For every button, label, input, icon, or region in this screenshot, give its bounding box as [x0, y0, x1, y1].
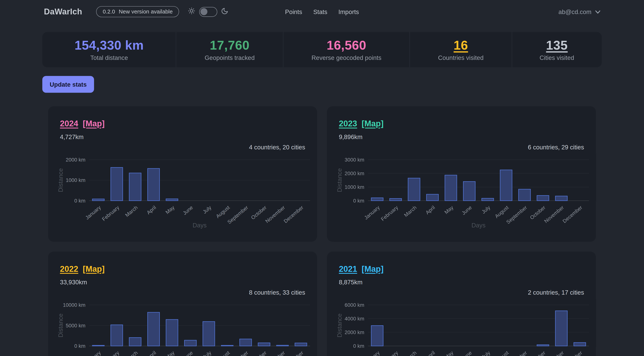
svg-text:July: July	[202, 350, 212, 356]
main-content: 154,330 km Total distance 17,760 Geopoin…	[0, 32, 644, 356]
svg-text:August: August	[494, 350, 510, 356]
svg-text:0 km: 0 km	[353, 198, 364, 204]
svg-text:2000 km: 2000 km	[345, 171, 364, 176]
year-link[interactable]: 2023	[339, 119, 357, 128]
svg-text:1000 km: 1000 km	[66, 177, 86, 183]
app-logo: DaWarIch	[44, 7, 82, 16]
app-header: DaWarIch 0.2.0 New version available	[0, 0, 644, 23]
svg-text:March: March	[403, 204, 418, 218]
stat-value[interactable]: 16	[454, 38, 468, 53]
year-cards-grid: 2024 [Map] 4,727km 4 countries, 20 citie…	[48, 106, 596, 356]
svg-text:March: March	[124, 350, 139, 356]
stat-value: 17,760	[210, 38, 250, 53]
svg-text:0 km: 0 km	[74, 198, 86, 204]
moon-icon	[221, 7, 228, 16]
stat-cell: 17,760 Geopoints tracked	[176, 32, 283, 67]
svg-text:December: December	[562, 350, 584, 356]
svg-text:May: May	[164, 350, 176, 356]
year-card-title: 2021 [Map]	[339, 252, 584, 274]
svg-text:May: May	[444, 350, 454, 356]
svg-text:March: March	[124, 204, 139, 218]
stat-label: Countries visited	[438, 54, 484, 61]
year-card-title: 2024 [Map]	[60, 106, 305, 128]
svg-text:April: April	[146, 350, 157, 356]
svg-text:January: January	[84, 204, 102, 221]
app-root: DaWarIch 0.2.0 New version available	[0, 0, 644, 356]
year-distance: 9,896km	[339, 133, 584, 140]
version-label: New version available	[119, 8, 173, 15]
svg-text:2000 km: 2000 km	[345, 330, 364, 335]
year-link[interactable]: 2021	[339, 264, 357, 274]
year-link[interactable]: 2024	[60, 119, 78, 128]
main-nav: Points Stats Imports	[285, 8, 359, 15]
stat-value: 16,560	[327, 38, 366, 53]
svg-text:2000 km: 2000 km	[66, 157, 86, 163]
year-map-link[interactable]: [Map]	[83, 119, 105, 128]
svg-text:April: April	[424, 350, 436, 356]
svg-text:December: December	[283, 204, 304, 224]
year-card: 2023 [Map] 9,896km 6 countries, 29 citie…	[327, 106, 596, 242]
year-summary: 2 countries, 17 cities	[339, 289, 584, 296]
year-card-title: 2023 [Map]	[339, 106, 584, 128]
sun-icon	[188, 7, 195, 16]
svg-text:5000 km: 5000 km	[66, 323, 86, 329]
year-summary: 4 countries, 20 cities	[60, 144, 305, 150]
svg-text:Days: Days	[192, 222, 206, 229]
user-menu[interactable]: ab@cd.com	[558, 8, 600, 15]
stat-value[interactable]: 135	[546, 38, 568, 53]
year-distance: 8,875km	[339, 279, 584, 286]
svg-text:November: November	[543, 350, 565, 356]
svg-text:December: December	[562, 204, 584, 224]
svg-text:Distance: Distance	[336, 168, 343, 192]
svg-text:February: February	[380, 350, 399, 356]
year-map-link[interactable]: [Map]	[362, 264, 384, 274]
monthly-distance-chart: 0 km2000 km4000 km6000 kmJanuaryFebruary…	[331, 297, 590, 356]
svg-text:April: April	[146, 204, 157, 215]
year-summary: 8 countries, 33 cities	[60, 289, 305, 296]
version-number: 0.2.0	[103, 8, 115, 15]
stat-cell: 16 Countries visited	[410, 32, 512, 67]
nav-item[interactable]: Imports	[338, 8, 359, 15]
theme-toggle[interactable]	[199, 7, 217, 17]
theme-toggle-knob	[200, 8, 208, 15]
svg-text:November: November	[264, 204, 286, 224]
year-card: 2021 [Map] 8,875km 2 countries, 17 citie…	[327, 252, 596, 356]
svg-text:4000 km: 4000 km	[345, 316, 364, 322]
svg-text:February: February	[101, 204, 120, 222]
svg-text:10000 km: 10000 km	[63, 302, 86, 308]
svg-text:October: October	[529, 350, 546, 356]
svg-text:February: February	[380, 204, 399, 222]
nav-item[interactable]: Stats	[313, 8, 327, 15]
svg-text:June: June	[460, 204, 473, 216]
year-map-link[interactable]: [Map]	[362, 119, 384, 128]
svg-text:October: October	[250, 350, 268, 356]
nav-item[interactable]: Points	[285, 8, 302, 15]
svg-text:November: November	[543, 204, 565, 224]
svg-text:April: April	[424, 204, 436, 215]
year-distance: 33,930km	[60, 279, 305, 286]
svg-text:January: January	[363, 350, 381, 356]
stat-label: Geopoints tracked	[205, 54, 255, 61]
svg-text:January: January	[363, 204, 381, 221]
svg-text:1000 km: 1000 km	[345, 184, 364, 190]
svg-text:6000 km: 6000 km	[345, 302, 364, 308]
user-email: ab@cd.com	[558, 8, 591, 15]
svg-text:Distance: Distance	[336, 314, 343, 338]
svg-text:March: March	[403, 350, 418, 356]
stats-bar: 154,330 km Total distance 17,760 Geopoin…	[42, 32, 602, 67]
svg-text:August: August	[215, 204, 231, 219]
svg-text:0 km: 0 km	[74, 343, 86, 349]
update-stats-button[interactable]: Update stats	[42, 76, 94, 93]
svg-text:August: August	[215, 350, 231, 356]
version-badge[interactable]: 0.2.0 New version available	[96, 6, 179, 17]
stat-label: Cities visited	[540, 54, 574, 61]
year-map-link[interactable]: [Map]	[83, 264, 105, 274]
svg-text:December: December	[283, 350, 304, 356]
stat-value: 154,330 km	[74, 38, 144, 53]
svg-text:July: July	[480, 204, 491, 215]
svg-text:July: July	[202, 204, 212, 215]
monthly-distance-chart: 0 km1000 km2000 km3000 kmJanuaryFebruary…	[331, 151, 590, 234]
svg-text:July: July	[480, 350, 491, 356]
year-link[interactable]: 2022	[60, 264, 78, 274]
monthly-distance-chart: 0 km1000 km2000 kmJanuaryFebruaryMarchAp…	[52, 151, 311, 234]
